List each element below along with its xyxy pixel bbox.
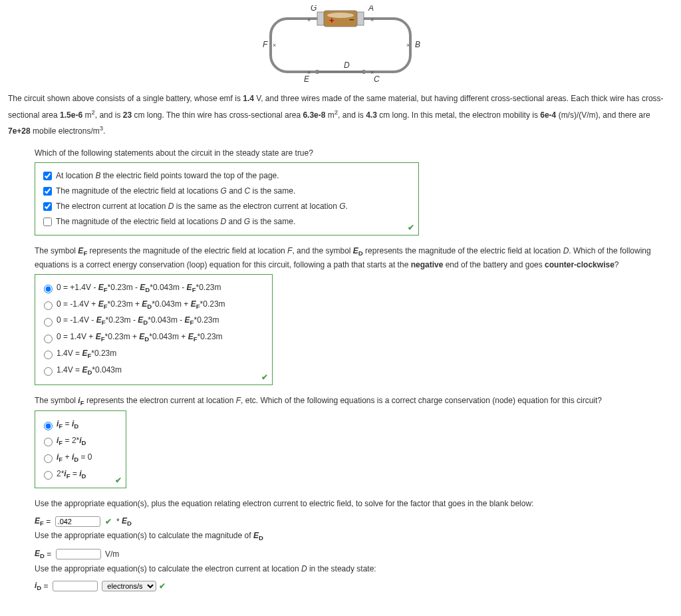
svg-text:×: ×	[307, 69, 311, 76]
svg-text:A: A	[368, 5, 374, 13]
id-unit-select[interactable]: electrons/s	[102, 581, 156, 591]
calc-line-ed: ED = V/m	[35, 546, 673, 563]
svg-text:D: D	[344, 61, 350, 70]
check-icon: ✔	[159, 579, 166, 594]
check-icon: ✔	[105, 514, 112, 530]
svg-text:B: B	[415, 40, 420, 49]
svg-text:×: ×	[307, 17, 311, 23]
q3-radio-3[interactable]	[44, 454, 53, 463]
ef-factor-input[interactable]	[55, 516, 100, 527]
q3-option-2[interactable]: iF = 2*iD	[41, 434, 120, 448]
problem-intro: The circuit shown above consists of a si…	[8, 92, 673, 139]
calculation-block: Use the appropriate equation(s), plus th…	[35, 498, 673, 594]
q1-checkbox-1[interactable]	[43, 172, 52, 180]
question-3: The symbol iF represents the electron cu…	[35, 394, 673, 489]
q2-prompt: The symbol EF represents the magnitude o…	[35, 245, 673, 271]
q1-checkbox-3[interactable]	[43, 202, 52, 211]
q1-answer-box: At location B the electric field points …	[35, 162, 419, 235]
q1-option-3[interactable]: The electron current at location D is th…	[41, 200, 413, 213]
svg-text:−: −	[349, 15, 354, 25]
q1-checkbox-4[interactable]	[43, 218, 52, 226]
q3-radio-4[interactable]	[44, 471, 53, 480]
q2-option-4[interactable]: 0 = 1.4V + EF*0.23m + ED*0.043m + EF*0.2…	[41, 331, 267, 345]
q3-answer-box: iF = iD iF = 2*iD iF + iD = 0 2*iF = iD …	[35, 410, 126, 488]
svg-rect-6	[357, 12, 364, 25]
svg-text:G: G	[311, 5, 317, 13]
q2-radio-2[interactable]	[44, 301, 53, 310]
check-icon: ✔	[408, 223, 414, 232]
q3-radio-1[interactable]	[44, 422, 53, 430]
svg-text:×: ×	[370, 69, 374, 76]
q2-radio-4[interactable]	[44, 335, 53, 343]
q1-option-2[interactable]: The magnitude of the electric field at l…	[41, 185, 413, 198]
calc-line-id: iD = electrons/s ✔	[35, 578, 673, 595]
svg-text:+: +	[329, 15, 335, 25]
q2-option-5[interactable]: 1.4V = EF*0.23m	[41, 347, 267, 361]
q2-radio-6[interactable]	[44, 367, 53, 376]
svg-text:F: F	[263, 40, 268, 49]
svg-text:E: E	[304, 75, 310, 84]
q2-answer-box: 0 = +1.4V - EF*0.23m - ED*0.043m - EF*0.…	[35, 274, 273, 385]
q3-option-3[interactable]: iF + iD = 0	[41, 451, 120, 465]
q2-radio-3[interactable]	[44, 318, 53, 327]
circuit-diagram: G A F B E D C + − × × × × × ×	[254, 5, 427, 85]
calc-prompt-2: Use the appropriate equation(s) to calcu…	[35, 530, 673, 543]
svg-rect-5	[317, 12, 324, 25]
q2-radio-5[interactable]	[44, 351, 53, 359]
q3-option-4[interactable]: 2*iF = iD	[41, 468, 120, 482]
svg-rect-3	[362, 70, 365, 74]
q2-option-2[interactable]: 0 = -1.4V + EF*0.23m + ED*0.043m + EF*0.…	[41, 298, 267, 312]
q1-option-1[interactable]: At location B the electric field points …	[41, 170, 413, 182]
svg-text:×: ×	[370, 17, 374, 23]
svg-text:×: ×	[406, 42, 410, 49]
q3-prompt: The symbol iF represents the electron cu…	[35, 394, 673, 408]
q1-prompt: Which of the following statements about …	[35, 147, 673, 160]
question-1: Which of the following statements about …	[35, 147, 673, 235]
svg-rect-2	[316, 70, 319, 74]
svg-text:×: ×	[273, 42, 276, 49]
q2-option-6[interactable]: 1.4V = ED*0.043m	[41, 364, 267, 378]
q2-option-1[interactable]: 0 = +1.4V - EF*0.23m - ED*0.043m - EF*0.…	[41, 281, 267, 295]
q1-option-4[interactable]: The magnitude of the electric field at l…	[41, 216, 413, 228]
q2-radio-1[interactable]	[44, 285, 53, 293]
q1-checkbox-2[interactable]	[43, 187, 52, 196]
ed-value-input[interactable]	[56, 549, 101, 559]
calc-line-ef: EF = ✔ * ED	[35, 514, 673, 530]
q3-radio-2[interactable]	[44, 438, 53, 446]
q3-option-1[interactable]: iF = iD	[41, 418, 120, 432]
check-icon: ✔	[115, 476, 122, 485]
check-icon: ✔	[261, 373, 268, 382]
calc-prompt-3: Use the appropriate equation(s) to calcu…	[35, 563, 673, 575]
question-2: The symbol EF represents the magnitude o…	[35, 245, 673, 385]
svg-text:C: C	[374, 75, 380, 84]
calc-prompt-1: Use the appropriate equation(s), plus th…	[35, 498, 673, 510]
id-value-input[interactable]	[53, 581, 98, 591]
q2-option-3[interactable]: 0 = -1.4V - EF*0.23m - ED*0.043m - EF*0.…	[41, 314, 267, 328]
